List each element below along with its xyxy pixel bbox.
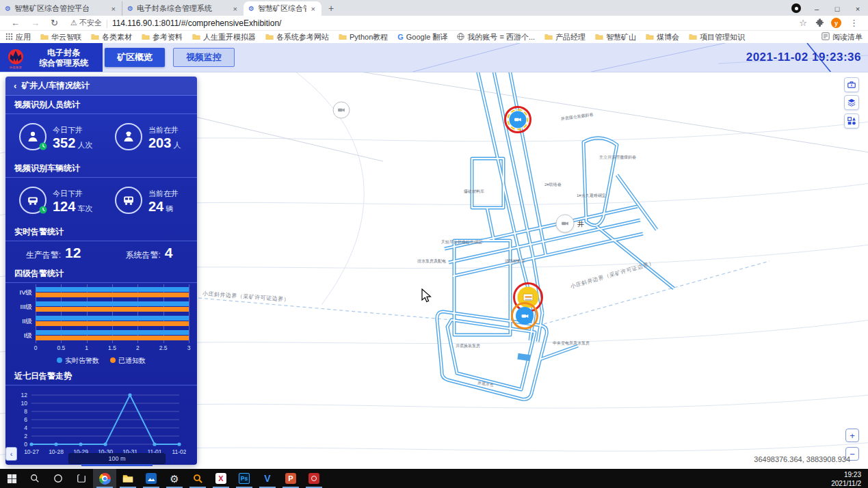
mouse-coordinates: 36498376.364, 3883908.934: [754, 455, 850, 463]
map-facility-label: 中央变电所及水泵房: [553, 340, 590, 347]
miner-icon: [115, 123, 142, 150]
bookmark-item[interactable]: GGoogle 翻译: [397, 32, 447, 42]
map-facility-label: 1#永久避难硐室: [577, 193, 606, 199]
verified-badge-icon: [39, 206, 47, 214]
bookmark-item[interactable]: 人生重开模拟器: [192, 32, 256, 42]
x-tick-label: 0: [34, 344, 38, 351]
svg-text:0: 0: [24, 441, 27, 448]
company-logo-icon: 陕煤集团: [5, 48, 26, 68]
security-warning[interactable]: ⚠不安全: [70, 18, 102, 28]
apps-shortcut[interactable]: 应用: [5, 32, 31, 42]
bookmark-items: 华云智联各类素材参考资料人生重开模拟器各系统参考网站Python教程GGoogl…: [40, 32, 812, 42]
map-layers-button[interactable]: [844, 95, 859, 110]
zoom-in-button[interactable]: +: [845, 429, 859, 442]
reload-icon[interactable]: ↻: [45, 18, 64, 28]
window-close-button[interactable]: ×: [847, 1, 868, 16]
folder-icon: [689, 33, 697, 41]
extensions-puzzle-icon[interactable]: [815, 17, 824, 29]
bar: [36, 336, 189, 340]
bus-icon: [115, 187, 142, 214]
panel-back-icon[interactable]: ‹: [14, 81, 16, 91]
nav-mine-overview-button[interactable]: 矿区概览: [105, 48, 165, 67]
bookmark-item[interactable]: 我的账号 = 西游个...: [457, 32, 535, 42]
bar: [36, 293, 189, 297]
bookmark-item[interactable]: 智慧矿山: [595, 32, 636, 42]
legend-label: 已通知数: [118, 357, 146, 364]
forward-icon[interactable]: →: [25, 18, 45, 28]
browser-menu-icon[interactable]: ⋮: [848, 18, 860, 28]
folder-icon: [142, 33, 150, 41]
taskbar-powerpoint-icon[interactable]: P: [279, 469, 302, 488]
back-icon[interactable]: ←: [5, 18, 25, 28]
bookmark-label: 产品经理: [555, 32, 586, 42]
bookmark-item[interactable]: 参考资料: [142, 32, 183, 42]
tunnel-casing: [437, 72, 674, 399]
bookmark-item[interactable]: 煤博会: [646, 32, 679, 42]
stat-vehicle-today: 今日下井 124车次: [5, 187, 101, 214]
legend-item: 已通知数: [110, 356, 146, 366]
recording-indicator-icon[interactable]: [791, 3, 801, 13]
tab-close-icon[interactable]: ×: [232, 5, 239, 13]
taskbar-settings-icon[interactable]: ⚙: [163, 469, 186, 488]
folder-icon: [595, 33, 603, 41]
verified-badge-icon: [39, 142, 47, 150]
camera-icon: [510, 111, 527, 128]
taskbar-x-app-icon[interactable]: X: [209, 469, 233, 488]
taskbar-v-app-icon[interactable]: V: [256, 469, 279, 488]
bookmark-item[interactable]: 华云智联: [40, 32, 81, 42]
bookmark-item[interactable]: Python教程: [339, 32, 388, 42]
bar-group: I级: [14, 330, 189, 341]
bookmark-item[interactable]: 项目管理知识: [689, 32, 745, 42]
app-title: 电子封条综合管理系统: [30, 48, 97, 68]
taskbar-chrome-icon[interactable]: [93, 469, 116, 488]
stat-vehicle-now: 当前在井 24辆: [101, 187, 197, 214]
new-tab-button[interactable]: +: [321, 1, 341, 16]
window-minimize-button[interactable]: –: [806, 1, 827, 16]
clock-date: 2021/11/2: [831, 480, 861, 487]
tab-title: 智慧矿区综合管控平台: [258, 3, 306, 14]
url-field[interactable]: ⚠不安全 | 114.116.90.1:8011/#/comprehensive…: [64, 18, 798, 28]
x-tick-label: 2.5: [159, 344, 168, 351]
map-scale-bar: 100 m: [68, 453, 166, 464]
bookmark-item[interactable]: 各类素材: [91, 32, 132, 42]
app-header: 陕煤集团 电子封条综合管理系统 矿区概览 视频监控 2021-11-02 19:…: [0, 43, 868, 72]
taskbar-photos-app-icon[interactable]: [140, 469, 163, 488]
folder-icon: [40, 33, 49, 41]
gridline: [189, 284, 189, 343]
site-favicon-icon: ⚙: [127, 5, 133, 12]
reading-list-button[interactable]: 阅读清单: [821, 32, 863, 42]
tab-1[interactable]: ⚙ 智慧矿区综合管控平台 ×: [0, 1, 122, 16]
bar-category-label: IV级: [14, 288, 36, 297]
bookmark-item[interactable]: 各系统参考网站: [265, 32, 329, 42]
tab-close-icon[interactable]: ×: [310, 5, 317, 13]
taskbar-photoshop-icon[interactable]: Ps: [233, 469, 256, 488]
nav-video-monitor-button[interactable]: 视频监控: [173, 48, 235, 67]
taskbar-everything-search-icon[interactable]: [186, 469, 209, 488]
warning-icon: ⚠: [70, 18, 77, 27]
level-alarm-heading: 四级告警统计: [5, 265, 197, 283]
map-tools-button[interactable]: [844, 77, 859, 92]
mouse-cursor: [421, 288, 432, 305]
profile-avatar[interactable]: y: [831, 18, 841, 28]
url-text: 114.116.90.1:8011/#/comprehensiveExhibit…: [112, 18, 282, 28]
taskbar-start-icon[interactable]: [0, 469, 23, 488]
tab-2[interactable]: ⚙ 电子封条综合管理系统 ×: [122, 1, 244, 16]
taskbar-search-icon[interactable]: [23, 469, 47, 488]
globe-icon: [457, 33, 464, 42]
taskbar-task-view-icon[interactable]: [70, 469, 93, 488]
taskbar-clock[interactable]: 19:23 2021/11/2: [827, 469, 868, 488]
window-maximize-button[interactable]: □: [827, 1, 847, 16]
taskbar-screen-recorder-icon[interactable]: [302, 469, 326, 488]
person-today-value: 352: [53, 135, 75, 150]
tab-close-icon[interactable]: ×: [110, 5, 117, 13]
truck-shield-icon: [19, 187, 47, 214]
apps-grid-icon: [5, 33, 13, 42]
bookmark-item[interactable]: 产品经理: [544, 32, 586, 42]
taskbar-file-explorer-icon[interactable]: [116, 469, 140, 488]
tab-3-active[interactable]: ⚙ 智慧矿区综合管控平台 ×: [244, 1, 321, 16]
panel-collapse-button[interactable]: ‹: [5, 447, 17, 461]
bookmark-star-icon[interactable]: ☆: [798, 18, 808, 28]
map-legend-button[interactable]: [844, 113, 859, 128]
taskbar-cortana-icon[interactable]: [47, 469, 70, 488]
map-facility-label: 排水泵房及配电: [417, 258, 446, 265]
